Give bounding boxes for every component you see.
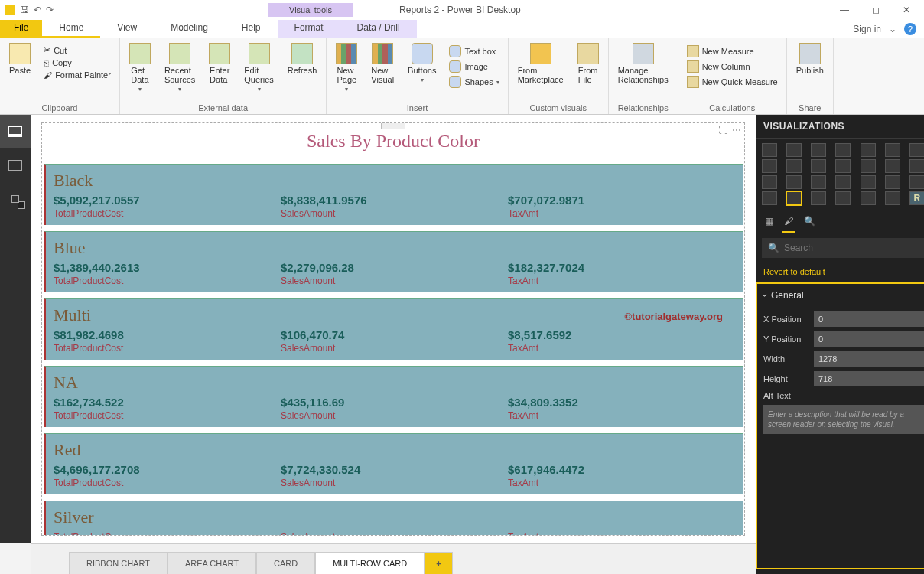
tab-help[interactable]: Help xyxy=(225,20,278,38)
minimize-button[interactable]: — xyxy=(835,3,854,17)
close-button[interactable]: ✕ xyxy=(898,3,915,17)
viz-treemap-icon[interactable] xyxy=(811,175,826,189)
viz-table-icon[interactable] xyxy=(861,191,876,205)
card-label: SalesAmount xyxy=(281,208,508,219)
card-metric: $7,724,330.524 xyxy=(281,463,508,476)
tab-format[interactable]: Format xyxy=(278,20,340,38)
undo-icon[interactable]: ↶ xyxy=(34,5,41,15)
viz-donut-icon[interactable] xyxy=(786,175,802,189)
edit-queries-button[interactable]: Edit Queries▾ xyxy=(241,41,277,94)
more-icon[interactable]: ⋯ xyxy=(732,125,741,135)
window-title: Reports 2 - Power BI Desktop xyxy=(399,5,521,15)
report-view-icon[interactable] xyxy=(0,115,31,148)
new-page-button[interactable]: New Page▾ xyxy=(333,41,360,94)
tab-datadrill[interactable]: Data / Drill xyxy=(340,20,417,38)
general-header[interactable]: ›General xyxy=(763,289,924,307)
viz-clustered-column-icon[interactable] xyxy=(835,143,851,157)
viz-card-icon[interactable] xyxy=(762,191,777,205)
card-label: TaxAmt xyxy=(508,276,735,286)
data-view-icon[interactable] xyxy=(0,148,31,182)
add-page-button[interactable]: + xyxy=(425,552,452,574)
focus-mode-icon[interactable]: ⛶ xyxy=(718,125,727,135)
card-label: SalesAmount xyxy=(281,532,508,536)
viz-pie-icon[interactable] xyxy=(762,175,777,189)
viz-stacked-bar-icon[interactable] xyxy=(762,143,777,157)
viz-area-icon[interactable] xyxy=(762,159,777,173)
viz-line-stacked-icon[interactable] xyxy=(811,159,826,173)
search-input[interactable] xyxy=(784,243,924,253)
viz-funnel-icon[interactable] xyxy=(885,175,900,189)
search-box[interactable]: 🔍 xyxy=(762,238,924,258)
tab-home[interactable]: Home xyxy=(42,20,100,38)
new-quick-measure-button[interactable]: New Quick Measure xyxy=(685,75,780,89)
page-tab-ribbon[interactable]: RIBBON CHART xyxy=(69,552,168,574)
copy-button[interactable]: ⎘Copy xyxy=(41,57,113,68)
help-icon[interactable]: ? xyxy=(904,23,916,35)
width-input[interactable] xyxy=(814,351,924,367)
viz-100-bar-icon[interactable] xyxy=(861,143,876,157)
page-tab-multirow[interactable]: MULTI-ROW CARD xyxy=(315,552,425,574)
new-column-button[interactable]: New Column xyxy=(685,60,780,73)
viz-scatter-icon[interactable] xyxy=(909,159,924,173)
right-panel: VISUALIZATIONS › R ▦ 🖌 🔍 🔍 Revert to def… xyxy=(756,115,924,574)
textbox-button[interactable]: Text box xyxy=(447,44,501,58)
visualizations-header[interactable]: VISUALIZATIONS › xyxy=(756,115,924,139)
viz-line-icon[interactable] xyxy=(909,143,924,157)
sign-in-link[interactable]: Sign in xyxy=(853,24,881,34)
viz-map-icon[interactable] xyxy=(835,175,851,189)
page-tab-card[interactable]: CARD xyxy=(256,552,315,574)
viz-stacked-column-icon[interactable] xyxy=(786,143,802,157)
new-visual-button[interactable]: New Visual xyxy=(368,41,397,86)
image-button[interactable]: Image xyxy=(447,60,501,73)
visual-canvas[interactable]: ⛶⋯ Sales By Product Color Black $5,092,2… xyxy=(41,122,745,536)
paste-button[interactable]: Paste xyxy=(6,41,34,77)
analytics-tab-icon[interactable]: 🔍 xyxy=(804,216,815,227)
y-position-input[interactable] xyxy=(814,331,924,347)
viz-slicer-icon[interactable] xyxy=(835,191,851,205)
format-tab-icon[interactable]: 🖌 xyxy=(784,216,793,227)
buttons-button[interactable]: Buttons▾ xyxy=(405,41,439,85)
save-icon[interactable]: 🖫 xyxy=(20,5,29,15)
new-measure-button[interactable]: New Measure xyxy=(685,44,780,58)
redo-icon[interactable]: ↷ xyxy=(46,5,54,15)
viz-matrix-icon[interactable] xyxy=(885,191,900,205)
from-file-button[interactable]: From File xyxy=(574,41,602,86)
height-input[interactable] xyxy=(814,371,924,386)
get-data-button[interactable]: Get Data▾ xyxy=(126,41,154,94)
format-painter-button[interactable]: 🖌Format Painter xyxy=(41,70,113,80)
chevron-down-icon[interactable]: ⌄ xyxy=(889,24,896,34)
cut-button[interactable]: ✂Cut xyxy=(41,44,113,56)
fields-tab-icon[interactable]: ▦ xyxy=(765,216,773,227)
shapes-button[interactable]: Shapes▾ xyxy=(447,75,501,89)
alt-text-area[interactable]: Enter a description that will be read by… xyxy=(763,405,924,434)
manage-relationships-button[interactable]: Manage Relationships xyxy=(615,41,672,86)
viz-filled-map-icon[interactable] xyxy=(861,175,876,189)
viz-100-column-icon[interactable] xyxy=(885,143,900,157)
tab-modeling[interactable]: Modeling xyxy=(154,20,225,38)
multi-row-card: Black $5,092,217.0557TotalProductCost $8… xyxy=(42,164,744,536)
enter-data-button[interactable]: Enter Data xyxy=(206,41,233,86)
revert-link[interactable]: Revert to default xyxy=(756,263,924,281)
maximize-button[interactable]: ◻ xyxy=(867,3,884,17)
from-marketplace-button[interactable]: From Marketplace xyxy=(515,41,567,86)
x-position-input[interactable] xyxy=(814,311,924,327)
viz-line-clustered-icon[interactable] xyxy=(835,159,851,173)
tab-view[interactable]: View xyxy=(100,20,154,38)
viz-ribbon-icon[interactable] xyxy=(861,159,876,173)
tab-file[interactable]: File xyxy=(0,20,42,38)
publish-button[interactable]: Publish xyxy=(793,41,827,77)
refresh-button[interactable]: Refresh xyxy=(285,41,320,77)
page-tab-area[interactable]: AREA CHART xyxy=(168,552,256,574)
viz-r-icon[interactable]: R xyxy=(909,191,924,205)
model-view-icon[interactable] xyxy=(0,182,31,216)
viz-waterfall-icon[interactable] xyxy=(885,159,900,173)
viz-multi-row-card-icon[interactable] xyxy=(786,191,802,205)
card-metric: $8,517.6592 xyxy=(508,328,735,341)
card-metric: $707,072.9871 xyxy=(508,194,735,207)
recent-sources-button[interactable]: Recent Sources▾ xyxy=(161,41,198,94)
viz-gauge-icon[interactable] xyxy=(909,175,924,189)
viz-kpi-icon[interactable] xyxy=(811,191,826,205)
viz-clustered-bar-icon[interactable] xyxy=(811,143,826,157)
viz-stacked-area-icon[interactable] xyxy=(786,159,802,173)
card-label: SalesAmount xyxy=(281,343,508,354)
